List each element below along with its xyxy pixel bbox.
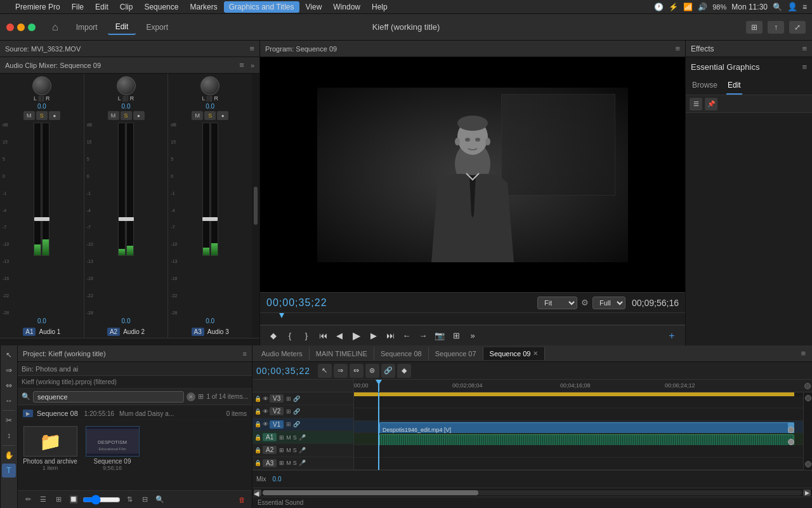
lock-a2-icon[interactable]: 🔒: [254, 447, 261, 453]
scrollbar-thumb[interactable]: [263, 490, 478, 495]
go-to-in-btn[interactable]: ⏮: [316, 329, 330, 343]
ruler-content[interactable]: 00;00 00;02;08;04 00;04;16;08 00;06;24;1…: [354, 380, 803, 392]
user-icon[interactable]: 👤: [787, 2, 797, 11]
v1-track-btn[interactable]: V1: [270, 420, 284, 429]
menu-premiere-pro[interactable]: Premiere Pro: [10, 1, 65, 13]
audio-mixer-menu[interactable]: ≡: [239, 60, 244, 70]
a2-track-row[interactable]: [354, 445, 803, 457]
timeline-menu[interactable]: ≡: [797, 349, 809, 358]
toolbar-export[interactable]: Export: [138, 20, 176, 34]
channel1-solo-btn[interactable]: ●: [49, 111, 60, 120]
channel2-s-btn[interactable]: S: [121, 111, 132, 120]
tab-close-icon[interactable]: ✕: [533, 350, 538, 357]
toolbar-edit[interactable]: Edit: [108, 20, 136, 35]
search-menubar-icon[interactable]: 🔍: [773, 3, 782, 11]
eye-v1-icon[interactable]: 👁: [263, 421, 268, 427]
timeline-h-scrollbar[interactable]: ◀ ▶: [252, 488, 812, 497]
effects-menu[interactable]: ≡: [802, 44, 807, 53]
freeform-view-btn[interactable]: 🔲: [67, 494, 80, 505]
tl-ripple-btn[interactable]: ⇔: [350, 364, 363, 378]
mark-clip-btn[interactable]: {: [283, 329, 297, 343]
channel2-m-btn[interactable]: M: [108, 111, 119, 120]
track-select-tool[interactable]: ⇒: [2, 363, 16, 377]
channel3-solo-btn[interactable]: ●: [217, 111, 228, 120]
tl-track-select-btn[interactable]: ⇒: [334, 364, 348, 378]
tab-sequence-07[interactable]: Sequence 07: [429, 347, 483, 360]
search-clear-btn[interactable]: ✕: [187, 392, 195, 401]
lock-a3-icon[interactable]: 🔒: [254, 460, 261, 466]
menu-markers[interactable]: Markers: [185, 1, 222, 13]
hand-tool[interactable]: ✋: [2, 448, 16, 462]
mixer-scroll[interactable]: [252, 74, 259, 338]
lock-a1-icon[interactable]: 🔒: [254, 434, 261, 441]
tab-sequence-08[interactable]: Sequence 08: [374, 347, 429, 360]
tab-main-timeline[interactable]: MAIN TIMELINE: [310, 347, 374, 360]
selection-tool[interactable]: ↖: [2, 348, 16, 362]
text-tool[interactable]: T: [2, 464, 16, 478]
list-view-btn[interactable]: ☰: [37, 494, 49, 505]
scroll-left-btn[interactable]: ◀: [254, 490, 261, 496]
minimize-button[interactable]: [17, 23, 25, 31]
tl-link-btn[interactable]: 🔗: [381, 364, 395, 378]
menu-window[interactable]: Window: [328, 1, 365, 13]
tl-marker-btn[interactable]: ◆: [397, 364, 411, 378]
fullscreen-btn[interactable]: ⤢: [789, 21, 806, 34]
tab-sequence-09[interactable]: Sequence 09 ✕: [483, 347, 546, 360]
insert-btn[interactable]: ←: [400, 329, 414, 343]
control-strip-icon[interactable]: ≡: [802, 3, 807, 11]
zoom-slider[interactable]: [82, 496, 121, 504]
menu-view[interactable]: View: [301, 1, 327, 13]
eg-list-btn[interactable]: ☰: [690, 98, 702, 110]
mixer-h-scroll[interactable]: [0, 338, 259, 345]
source-panel-menu[interactable]: ≡: [249, 44, 254, 53]
v2-track-btn[interactable]: V2: [270, 407, 284, 415]
play-btn[interactable]: ▶: [349, 328, 364, 344]
add-track-btn[interactable]: +: [665, 329, 679, 343]
a3-track-btn[interactable]: A3: [263, 459, 277, 467]
quality-dropdown[interactable]: Full 1/2 1/4: [593, 297, 625, 309]
menu-file[interactable]: File: [67, 1, 89, 13]
channel1-knob[interactable]: [32, 76, 51, 95]
channel3-knob[interactable]: [200, 76, 219, 95]
list-item[interactable]: 📁 Photos and archive 1 item: [22, 426, 79, 471]
sort-btn[interactable]: ⇅: [123, 494, 136, 505]
metadata-btn[interactable]: ⊟: [138, 494, 151, 505]
list-item[interactable]: DESPOTISM Educational Film Sequence 09 9…: [84, 426, 141, 471]
more-transport-btn[interactable]: »: [466, 329, 480, 343]
share-btn[interactable]: ↑: [768, 21, 784, 34]
mark-out-btn[interactable]: }: [299, 329, 313, 343]
a3-track-row[interactable]: [354, 458, 803, 470]
tracks-right-scroll[interactable]: [803, 392, 812, 470]
menu-sequence[interactable]: Sequence: [139, 1, 183, 13]
v1-track-row[interactable]: Despotis1946_edit.mp4 [V]: [354, 421, 803, 433]
channel3-m-btn[interactable]: M: [192, 111, 203, 120]
tl-selection-btn[interactable]: ↖: [318, 364, 332, 378]
v2-track-row[interactable]: [354, 408, 803, 420]
fit-dropdown[interactable]: Fit 25% 50% 100%: [537, 297, 577, 309]
razor-tool[interactable]: ✂: [2, 413, 16, 427]
icon-view-btn[interactable]: ⊞: [52, 494, 65, 505]
eye-v2-icon[interactable]: 👁: [263, 408, 268, 415]
channel1-s-btn[interactable]: S: [36, 111, 48, 120]
v3-track-row[interactable]: [354, 396, 803, 408]
maximize-button[interactable]: [28, 23, 36, 31]
rolling-trim-tool[interactable]: ↔: [2, 394, 16, 408]
eye-v3-icon[interactable]: 👁: [263, 396, 268, 402]
slip-tool[interactable]: ↕: [2, 429, 16, 443]
channel3-s-btn[interactable]: S: [204, 111, 216, 120]
mic-a3-icon[interactable]: 🎤: [299, 460, 306, 466]
channel1-fader-handle[interactable]: [34, 217, 49, 221]
toolbar-import[interactable]: Import: [69, 20, 105, 34]
ripple-trim-tool[interactable]: ⇔: [2, 378, 16, 392]
scroll-right-btn[interactable]: ▶: [803, 490, 811, 496]
mic-a1-icon[interactable]: 🎤: [299, 434, 306, 441]
mark-in-btn[interactable]: ◆: [266, 329, 280, 343]
panel-layout-btn[interactable]: ⊞: [746, 21, 763, 34]
step-back-btn[interactable]: ◀: [332, 329, 346, 343]
menu-clip[interactable]: Clip: [115, 1, 138, 13]
menu-graphics-titles[interactable]: Graphics and Titles: [224, 1, 299, 13]
program-ruler[interactable]: [260, 312, 685, 325]
tl-magnet-btn[interactable]: ⊛: [365, 364, 379, 378]
lock-v1-icon[interactable]: 🔒: [254, 421, 261, 427]
menu-edit[interactable]: Edit: [90, 1, 114, 13]
